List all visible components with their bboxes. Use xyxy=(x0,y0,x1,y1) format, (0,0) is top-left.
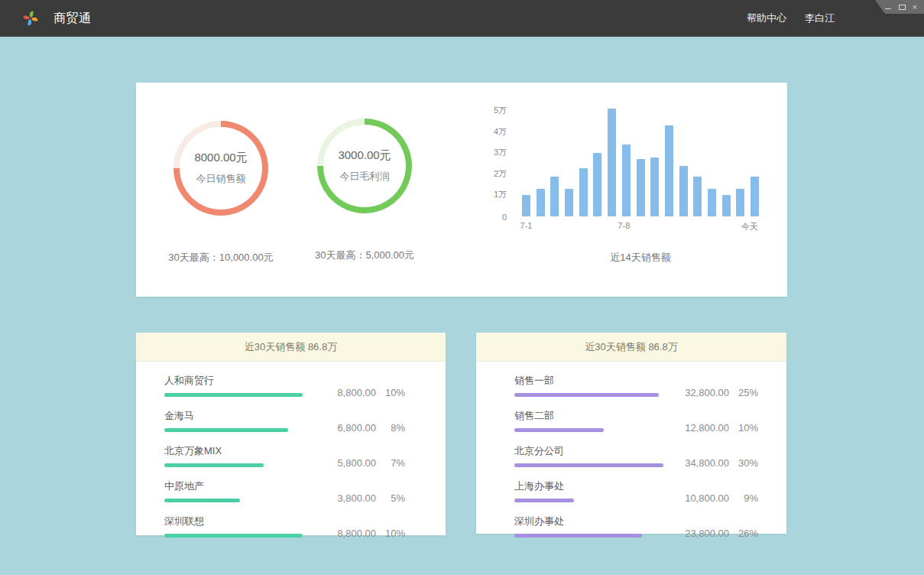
bar xyxy=(537,189,545,216)
sales-30d-max-note: 30天最高：10,000.00元 xyxy=(164,251,278,265)
list-item: 上海办事处10,800.009% xyxy=(514,479,758,502)
profit-30d-max-note: 30天最高：5,000.00元 xyxy=(307,249,422,262)
customer-card-title: 近30天销售额 86.8万 xyxy=(136,333,446,362)
close-icon[interactable]: × xyxy=(913,4,917,11)
item-name: 销售二部 xyxy=(514,409,668,423)
bar xyxy=(608,109,616,216)
bar xyxy=(679,166,688,216)
app-logo-icon xyxy=(21,9,40,28)
titlebar: 商贸通 帮助中心 李白江 xyxy=(0,0,924,37)
list-item: 深圳办事处23,800.0026% xyxy=(514,515,758,538)
list-item-left: 深圳办事处 xyxy=(514,515,668,538)
y-tick-label: 0 xyxy=(476,213,507,222)
help-center-link[interactable]: 帮助中心 xyxy=(747,11,786,25)
item-percent: 8% xyxy=(376,422,405,434)
bar xyxy=(708,189,716,216)
list-item-left: 销售二部 xyxy=(514,409,668,432)
bar xyxy=(550,177,559,216)
item-amount: 34,800.00 xyxy=(676,457,729,469)
user-menu[interactable]: 李白江 xyxy=(805,11,835,25)
list-item-left: 北京分公司 xyxy=(514,444,668,467)
minimize-icon[interactable] xyxy=(885,4,892,11)
item-amount: 10,800.00 xyxy=(676,492,729,504)
item-amount: 6,800.00 xyxy=(323,422,376,434)
bar xyxy=(722,195,731,216)
item-name: 金海马 xyxy=(164,409,315,423)
item-name: 销售一部 xyxy=(514,374,668,388)
list-item-values: 12,800.0010% xyxy=(668,422,758,434)
bar-chart-caption: 近14天销售额 xyxy=(522,251,759,265)
item-amount: 5,800.00 xyxy=(323,457,376,469)
department-card-title: 近30天销售额 86.8万 xyxy=(476,333,786,362)
item-percent: 10% xyxy=(376,387,405,398)
list-item-values: 23,800.0026% xyxy=(668,528,758,539)
list-item-left: 人和商贸行 xyxy=(164,374,315,397)
customer-sales-card: 近30天销售额 86.8万 人和商贸行8,800.0010%金海马6,800.0… xyxy=(136,333,446,535)
bar xyxy=(693,177,702,216)
bar-plot xyxy=(522,102,759,216)
list-item-values: 8,800.0010% xyxy=(315,387,405,398)
item-amount: 8,800.00 xyxy=(323,528,376,539)
x-tick-label: 今天 xyxy=(741,221,758,232)
item-amount: 12,800.00 xyxy=(676,422,729,434)
item-amount: 3,800.00 xyxy=(323,492,376,504)
bar xyxy=(637,159,645,216)
item-progress-bar xyxy=(514,534,668,538)
list-item: 金海马6,800.008% xyxy=(164,409,405,432)
customer-list: 人和商贸行8,800.0010%金海马6,800.008%北京万象MIX5,80… xyxy=(136,362,446,538)
today-profit-label: 今日毛利润 xyxy=(340,170,390,184)
today-sales-value: 8000.00元 xyxy=(194,151,247,165)
app-title: 商贸通 xyxy=(53,11,92,27)
maximize-icon[interactable] xyxy=(899,4,906,11)
list-item-values: 5,800.007% xyxy=(315,457,405,469)
today-profit-value: 3000.00元 xyxy=(338,148,391,163)
list-item-values: 3,800.005% xyxy=(315,492,405,504)
bar xyxy=(736,189,744,216)
item-progress-bar xyxy=(514,393,668,397)
overview-card: 8000.00元 今日销售额 30天最高：10,000.00元 3000.00元… xyxy=(136,83,787,297)
item-percent: 30% xyxy=(729,457,758,469)
item-name: 上海办事处 xyxy=(514,479,668,493)
bar xyxy=(522,195,530,216)
item-name: 人和商贸行 xyxy=(164,374,315,388)
bar xyxy=(565,189,573,216)
list-item-values: 6,800.008% xyxy=(315,422,405,434)
item-progress-bar xyxy=(164,534,315,538)
item-progress-bar xyxy=(514,499,668,502)
bar xyxy=(579,168,588,216)
bar-chart-sales-14d: 01万2万3万4万5万 7-17-8今天 近14天销售额 xyxy=(476,89,782,280)
donut-center: 8000.00元 今日销售额 xyxy=(180,127,262,210)
item-amount: 8,800.00 xyxy=(323,387,376,398)
item-percent: 7% xyxy=(376,457,405,469)
list-item-values: 8,800.0010% xyxy=(315,528,405,539)
item-percent: 9% xyxy=(729,492,758,504)
bar xyxy=(751,177,759,216)
item-percent: 25% xyxy=(729,387,758,398)
list-item: 深圳联想8,800.0010% xyxy=(164,515,405,538)
list-item-left: 北京万象MIX xyxy=(164,444,315,467)
department-sales-card: 近30天销售额 86.8万 销售一部32,800.0025%销售二部12,800… xyxy=(476,333,786,534)
bar xyxy=(622,145,631,216)
list-item-left: 上海办事处 xyxy=(514,479,668,502)
x-tick-label: 7-8 xyxy=(618,221,630,230)
item-amount: 32,800.00 xyxy=(676,387,729,398)
donut-today-sales: 8000.00元 今日销售额 30天最高：10,000.00元 xyxy=(164,121,278,265)
today-sales-label: 今日销售额 xyxy=(196,172,246,186)
list-item: 人和商贸行8,800.0010% xyxy=(164,374,405,397)
donut-today-profit: 3000.00元 今日毛利润 30天最高：5,000.00元 xyxy=(307,119,422,262)
bar xyxy=(650,158,659,216)
list-item-left: 深圳联想 xyxy=(164,515,315,538)
list-item: 销售二部12,800.0010% xyxy=(514,409,758,432)
y-tick-label: 1万 xyxy=(476,189,507,200)
item-percent: 10% xyxy=(729,422,758,434)
department-list: 销售一部32,800.0025%销售二部12,800.0010%北京分公司34,… xyxy=(476,362,786,538)
list-item-values: 10,800.009% xyxy=(668,492,758,504)
list-item: 北京万象MIX5,800.007% xyxy=(164,444,405,467)
list-item-left: 金海马 xyxy=(164,409,315,432)
list-item-values: 34,800.0030% xyxy=(668,457,758,469)
donut-center: 3000.00元 今日毛利润 xyxy=(323,125,406,207)
x-tick-label: 7-1 xyxy=(520,221,533,230)
item-progress-bar xyxy=(164,428,315,432)
item-progress-bar xyxy=(164,393,315,397)
bar-x-axis: 7-17-8今天 xyxy=(522,221,759,233)
